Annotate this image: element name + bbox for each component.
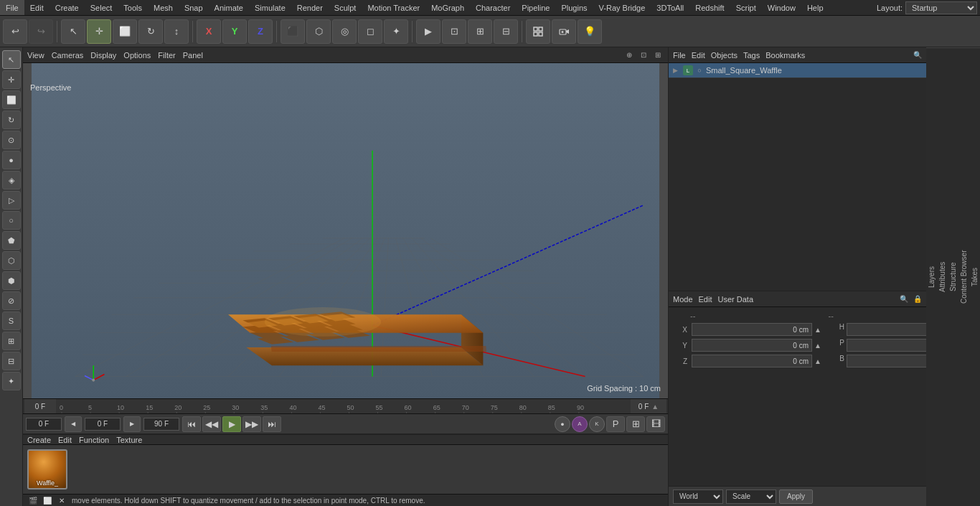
menu-3dtoall[interactable]: 3DToAll xyxy=(651,0,689,15)
scale-dropdown[interactable]: Scale xyxy=(726,489,776,504)
obj-search-icon[interactable]: 🔍 xyxy=(912,50,923,61)
edges-mode-button[interactable]: ◎ xyxy=(332,19,357,44)
obj-menu-objects[interactable]: Objects xyxy=(711,51,738,60)
render-active-button[interactable]: ⊞ xyxy=(468,19,492,44)
y-axis-button[interactable]: Y xyxy=(222,19,247,44)
scale-tool-button[interactable]: ⬜ xyxy=(113,19,137,44)
undo-button[interactable]: ↩ xyxy=(3,19,27,44)
mat-menu-create[interactable]: Create xyxy=(27,436,51,444)
attr-search-icon[interactable]: 🔍 xyxy=(898,294,910,305)
sidebar-deform-tool[interactable]: ⬢ xyxy=(2,271,21,290)
mat-menu-function[interactable]: Function xyxy=(79,436,109,444)
object-mode-button[interactable]: ⬛ xyxy=(281,19,305,44)
apply-button[interactable]: Apply xyxy=(779,489,813,504)
viewport-menu-cameras[interactable]: Cameras xyxy=(52,51,84,60)
sidebar-align-tool[interactable]: ⊞ xyxy=(2,332,21,350)
material-swatch[interactable]: Waffle_ xyxy=(27,449,67,489)
tab-layers[interactable]: Layers xyxy=(926,47,937,506)
viewport-settings-button[interactable] xyxy=(526,19,550,44)
viewport-menu-options[interactable]: Options xyxy=(123,51,151,60)
playback-settings[interactable]: P xyxy=(606,416,625,432)
menu-edit[interactable]: Edit xyxy=(24,0,50,15)
sidebar-material-tool[interactable]: ◈ xyxy=(2,171,21,189)
menu-pipeline[interactable]: Pipeline xyxy=(516,0,555,15)
menu-plugins[interactable]: Plugins xyxy=(555,0,593,15)
sidebar-poly-tool[interactable]: ○ xyxy=(2,211,21,230)
attr-menu-mode[interactable]: Mode xyxy=(673,295,693,304)
sidebar-weld-tool[interactable]: ✦ xyxy=(2,372,21,390)
viewport-canvas[interactable]: Perspective Grid Spacing : 10 cm xyxy=(23,63,668,398)
vp-icon-camera[interactable]: ⊡ xyxy=(638,50,649,61)
sidebar-knife-tool[interactable]: ⊟ xyxy=(2,352,21,370)
attr-menu-userdata[interactable]: User Data xyxy=(718,295,754,304)
redo-button[interactable]: ↪ xyxy=(29,19,53,44)
menu-mesh[interactable]: Mesh xyxy=(148,0,179,15)
menu-character[interactable]: Character xyxy=(470,0,516,15)
select-tool-button[interactable]: ↖ xyxy=(61,19,85,44)
menu-simulate[interactable]: Simulate xyxy=(249,0,291,15)
z-axis-button[interactable]: Z xyxy=(248,19,273,44)
sidebar-rotate-tool[interactable]: ↻ xyxy=(2,111,21,129)
transform-tool-button[interactable]: ↕ xyxy=(164,19,189,44)
auto-key-button[interactable]: A xyxy=(572,416,588,432)
camera-button[interactable] xyxy=(552,19,576,44)
attr-z-pos[interactable] xyxy=(692,355,812,367)
obj-menu-file[interactable]: File xyxy=(673,51,686,60)
light-button[interactable]: 💡 xyxy=(578,19,602,44)
menu-select[interactable]: Select xyxy=(85,0,118,15)
render-button[interactable]: ▶ xyxy=(416,19,440,44)
menu-mograph[interactable]: MoGraph xyxy=(425,0,470,15)
status-icon-3[interactable]: ✕ xyxy=(56,495,67,506)
vp-icon-maximize[interactable]: ⊕ xyxy=(623,50,635,61)
viewport-menu-view[interactable]: View xyxy=(27,51,44,60)
timeline-film-btn[interactable]: 🎞 xyxy=(646,416,665,432)
render-region-button[interactable]: ⊡ xyxy=(442,19,466,44)
object-row-waffle[interactable]: ▶ L ○ Small_Square_Waffle xyxy=(669,63,969,78)
end-frame-input[interactable] xyxy=(143,418,179,431)
mat-menu-texture[interactable]: Texture xyxy=(116,436,142,444)
viewport-menu-panel[interactable]: Panel xyxy=(183,51,203,60)
timeline-view-btn[interactable]: ⊞ xyxy=(626,416,645,432)
viewport-menu-filter[interactable]: Filter xyxy=(158,51,175,60)
layout-dropdown[interactable]: Startup xyxy=(905,1,977,14)
status-icon-2[interactable]: ⬜ xyxy=(42,495,53,506)
polygons-mode-button[interactable]: ◻ xyxy=(358,19,382,44)
obj-menu-tags[interactable]: Tags xyxy=(743,51,760,60)
menu-snap[interactable]: Snap xyxy=(179,0,209,15)
transport-play[interactable]: ▶ xyxy=(222,416,241,432)
sidebar-spline-tool[interactable]: ⬟ xyxy=(2,231,21,250)
menu-vray[interactable]: V-Ray Bridge xyxy=(593,0,651,15)
sidebar-render-view[interactable]: ● xyxy=(2,151,21,169)
sidebar-select-tool[interactable]: ↖ xyxy=(2,50,21,69)
prev-keyframe-btn[interactable]: ◀ xyxy=(65,416,82,432)
menu-tools[interactable]: Tools xyxy=(118,0,148,15)
mat-menu-edit[interactable]: Edit xyxy=(58,436,72,444)
move-tool-button[interactable]: ✛ xyxy=(87,19,111,44)
transport-prev[interactable]: ◀◀ xyxy=(202,416,221,432)
menu-window[interactable]: Window xyxy=(762,0,801,15)
current-frame-display[interactable] xyxy=(85,418,121,431)
transport-next[interactable]: ▶▶ xyxy=(242,416,261,432)
status-icon-1[interactable]: 🎬 xyxy=(27,495,39,506)
world-dropdown[interactable]: World xyxy=(673,489,723,504)
sidebar-s-tool[interactable]: S xyxy=(2,311,21,330)
menu-redshift[interactable]: Redshift xyxy=(689,0,730,15)
menu-help[interactable]: Help xyxy=(801,0,829,15)
sidebar-paint-tool[interactable]: ⊘ xyxy=(2,291,21,310)
key-button[interactable]: K xyxy=(589,416,605,432)
tab-takes[interactable]: Takes xyxy=(969,47,980,506)
menu-sculpt[interactable]: Sculpt xyxy=(329,0,362,15)
menu-render[interactable]: Render xyxy=(291,0,329,15)
next-keyframe-btn[interactable]: ▶ xyxy=(123,416,141,432)
obj-menu-bookmarks[interactable]: Bookmarks xyxy=(765,51,805,60)
points-mode-button[interactable]: ⬡ xyxy=(306,19,331,44)
viewport[interactable]: View Cameras Display Options Filter Pane… xyxy=(23,47,668,398)
tab-content-browser[interactable]: Content Browser xyxy=(958,47,969,506)
objects-content[interactable]: ▶ L ○ Small_Square_Waffle xyxy=(669,63,969,291)
sidebar-hex-tool[interactable]: ⬡ xyxy=(2,251,21,270)
attr-menu-edit[interactable]: Edit xyxy=(699,295,712,304)
sidebar-move-tool[interactable]: ✛ xyxy=(2,70,21,89)
obj-menu-edit[interactable]: Edit xyxy=(692,51,705,60)
menu-motion-tracker[interactable]: Motion Tracker xyxy=(362,0,425,15)
tab-attributes[interactable]: Attributes xyxy=(937,47,948,506)
